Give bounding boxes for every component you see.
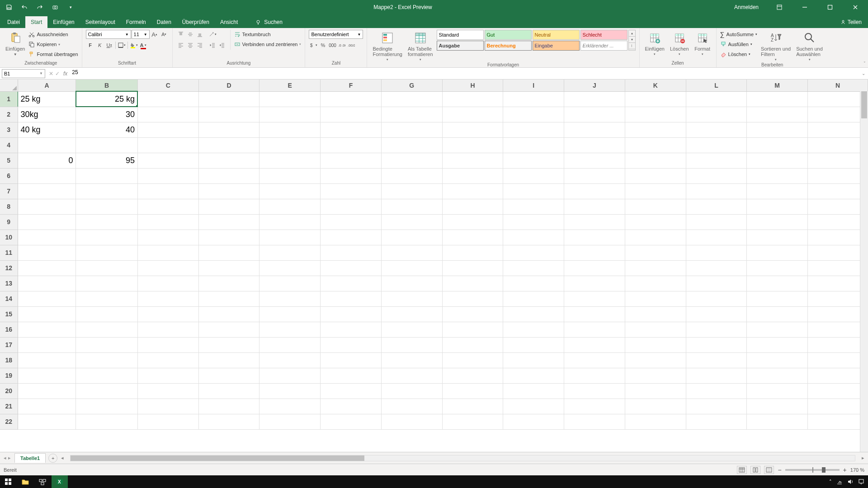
cell[interactable]: 25 kg — [18, 91, 76, 107]
cell[interactable] — [259, 368, 321, 383]
cell[interactable] — [137, 383, 198, 399]
cell[interactable] — [625, 352, 686, 368]
cell[interactable] — [137, 168, 198, 183]
cell[interactable] — [259, 306, 321, 322]
minimize-icon[interactable] — [796, 0, 814, 14]
cell[interactable] — [686, 414, 747, 429]
column-header[interactable]: L — [686, 80, 747, 91]
row-header[interactable]: 13 — [0, 276, 18, 291]
cell[interactable] — [564, 291, 625, 306]
row-header[interactable]: 3 — [0, 122, 18, 137]
cell[interactable] — [18, 230, 76, 245]
sheet-nav-first-icon[interactable]: ◂ — [4, 455, 6, 461]
align-bottom-icon[interactable] — [195, 30, 204, 39]
find-select-button[interactable]: Suchen und Auswählen▾ — [794, 30, 825, 62]
tab-einfügen[interactable]: Einfügen — [47, 16, 80, 28]
cell[interactable] — [686, 168, 747, 183]
cell[interactable] — [808, 153, 868, 168]
cell[interactable] — [808, 107, 868, 122]
cell[interactable] — [503, 137, 564, 153]
close-icon[interactable] — [846, 0, 864, 14]
cell[interactable] — [137, 368, 198, 383]
column-header[interactable]: C — [137, 80, 198, 91]
cell[interactable] — [137, 306, 198, 322]
tab-ansicht[interactable]: Ansicht — [215, 16, 243, 28]
cell[interactable] — [321, 399, 382, 414]
cell[interactable] — [18, 337, 76, 352]
cell[interactable] — [747, 91, 808, 107]
cell[interactable] — [686, 276, 747, 291]
cell[interactable] — [137, 260, 198, 276]
cell[interactable] — [686, 230, 747, 245]
cell[interactable] — [442, 230, 503, 245]
cell[interactable] — [381, 199, 442, 214]
row-header[interactable]: 10 — [0, 230, 18, 245]
cell[interactable] — [259, 91, 321, 107]
cell[interactable] — [137, 291, 198, 306]
undo-icon[interactable] — [19, 2, 30, 13]
cell[interactable] — [747, 230, 808, 245]
cell[interactable] — [503, 291, 564, 306]
cell[interactable] — [808, 399, 868, 414]
cell[interactable] — [76, 414, 138, 429]
cell[interactable] — [564, 276, 625, 291]
cell[interactable] — [503, 107, 564, 122]
cell[interactable] — [747, 368, 808, 383]
cell[interactable] — [259, 276, 321, 291]
cell[interactable] — [137, 414, 198, 429]
tab-daten[interactable]: Daten — [151, 16, 177, 28]
cell[interactable] — [503, 368, 564, 383]
cell[interactable] — [321, 322, 382, 337]
cell[interactable] — [808, 260, 868, 276]
increase-decimal-icon[interactable]: .0.00 — [337, 41, 346, 50]
column-header[interactable]: H — [442, 80, 503, 91]
ribbon-display-icon[interactable] — [770, 0, 788, 14]
cell[interactable] — [137, 122, 198, 137]
cell[interactable] — [442, 122, 503, 137]
cell[interactable] — [808, 214, 868, 230]
column-header[interactable]: G — [381, 80, 442, 91]
column-header[interactable]: J — [564, 80, 625, 91]
cell[interactable] — [686, 291, 747, 306]
cell[interactable] — [564, 230, 625, 245]
cell[interactable] — [442, 199, 503, 214]
cell[interactable] — [198, 107, 259, 122]
cell[interactable] — [198, 352, 259, 368]
cell[interactable] — [198, 183, 259, 199]
cell[interactable] — [686, 322, 747, 337]
cell[interactable] — [747, 322, 808, 337]
format-cells-button[interactable]: Format▾ — [693, 30, 712, 57]
cell[interactable] — [137, 276, 198, 291]
cell[interactable] — [808, 352, 868, 368]
zoom-in-icon[interactable]: + — [843, 466, 847, 474]
cell[interactable]: 0 — [18, 153, 76, 168]
cell[interactable] — [503, 183, 564, 199]
row-header[interactable]: 6 — [0, 168, 18, 183]
expand-formula-bar-icon[interactable]: ⌄ — [859, 71, 868, 76]
page-break-view-icon[interactable] — [764, 466, 774, 474]
cell[interactable] — [625, 291, 686, 306]
redo-icon[interactable] — [34, 2, 45, 13]
format-painter-button[interactable]: Format übertragen — [28, 50, 78, 59]
cell[interactable] — [564, 137, 625, 153]
cell[interactable] — [198, 276, 259, 291]
qat-customize-icon[interactable]: ▾ — [65, 2, 76, 13]
cell[interactable] — [808, 306, 868, 322]
cell[interactable] — [442, 153, 503, 168]
cell-style-output[interactable]: Ausgabe — [437, 41, 484, 51]
cell[interactable] — [321, 214, 382, 230]
tab-formeln[interactable]: Formeln — [121, 16, 151, 28]
cell[interactable] — [259, 183, 321, 199]
cell[interactable] — [321, 122, 382, 137]
cell[interactable] — [625, 306, 686, 322]
column-header[interactable]: M — [747, 80, 808, 91]
cell[interactable] — [625, 276, 686, 291]
cell[interactable] — [442, 291, 503, 306]
cell[interactable] — [564, 306, 625, 322]
align-right-icon[interactable] — [195, 41, 204, 50]
cell[interactable]: 40 kg — [18, 122, 76, 137]
cell[interactable] — [686, 137, 747, 153]
maximize-icon[interactable] — [821, 0, 839, 14]
cell[interactable] — [503, 414, 564, 429]
cell[interactable] — [198, 91, 259, 107]
